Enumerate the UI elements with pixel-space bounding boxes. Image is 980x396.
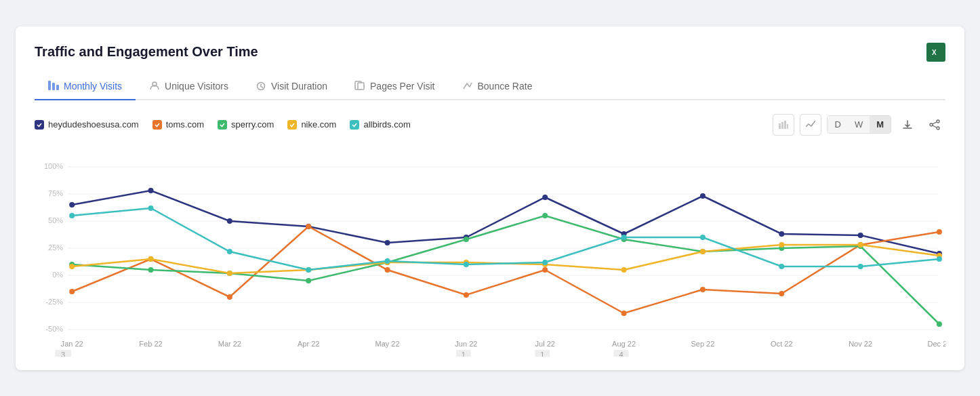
svg-text:1: 1	[540, 351, 544, 357]
legend-label-sperry: sperry.com	[231, 119, 274, 130]
svg-point-51	[148, 188, 153, 193]
svg-point-98	[69, 213, 75, 218]
svg-point-80	[542, 213, 548, 218]
svg-point-54	[385, 240, 390, 245]
svg-point-50	[69, 202, 75, 207]
svg-rect-3	[52, 83, 55, 90]
tab-visit-duration[interactable]: Visit Duration	[242, 74, 341, 100]
bar-chart-button[interactable]	[773, 114, 794, 136]
svg-point-71	[779, 291, 784, 296]
download-button[interactable]	[897, 114, 918, 136]
period-day-button[interactable]: D	[828, 116, 847, 133]
visit-duration-icon	[256, 81, 266, 92]
tab-pages-per-visit[interactable]: Pages Per Visit	[341, 74, 448, 100]
svg-text:-25%: -25%	[45, 298, 63, 306]
card-title: Traffic and Engagement Over Time	[35, 44, 258, 60]
main-card: Traffic and Engagement Over Time X Month…	[16, 26, 964, 370]
legend-checkbox-toms	[152, 120, 162, 130]
period-month-button[interactable]: M	[870, 116, 891, 133]
svg-rect-2	[48, 81, 51, 90]
svg-text:0%: 0%	[52, 271, 63, 279]
tab-unique-visitors[interactable]: Unique Visitors	[136, 74, 242, 100]
svg-text:Dec 22: Dec 22	[928, 340, 945, 348]
svg-point-95	[779, 242, 784, 248]
svg-point-56	[542, 195, 548, 200]
svg-point-14	[930, 123, 933, 126]
tab-monthly-visits[interactable]: Monthly Visits	[35, 74, 136, 100]
legend-item-nike[interactable]: nike.com	[287, 119, 336, 130]
tab-unique-visitors-label: Unique Visitors	[165, 81, 228, 92]
pages-per-visit-icon	[354, 81, 365, 92]
legend: heydudeshoesusa.com toms.com sperry.com …	[35, 119, 411, 130]
legend-item-sperry[interactable]: sperry.com	[218, 119, 274, 130]
tabs-container: Monthly Visits Unique Visitors Visit Dur…	[35, 74, 945, 100]
excel-export-button[interactable]: X	[926, 43, 945, 62]
svg-point-96	[858, 242, 863, 248]
svg-point-59	[779, 231, 784, 237]
svg-text:4: 4	[619, 351, 624, 357]
svg-point-85	[937, 321, 942, 327]
share-button[interactable]	[924, 114, 945, 136]
svg-point-108	[858, 264, 863, 269]
svg-point-109	[937, 256, 942, 262]
svg-point-69	[621, 311, 627, 316]
svg-point-99	[148, 205, 153, 211]
legend-item-allbirds[interactable]: allbirds.com	[350, 119, 410, 130]
legend-checkbox-heydudeshoesusa	[35, 120, 44, 130]
line-chart: 100% 75% 50% 25% 0% -25% -50% Jan 22 Feb…	[35, 146, 945, 357]
svg-rect-12	[787, 124, 788, 129]
svg-point-67	[464, 292, 469, 298]
svg-point-73	[937, 229, 942, 235]
svg-point-68	[542, 267, 548, 273]
legend-item-heydudeshoesusa[interactable]: heydudeshoesusa.com	[35, 119, 139, 130]
svg-text:Jul 22: Jul 22	[535, 340, 555, 348]
period-button-group: D W M	[827, 115, 891, 134]
svg-point-88	[227, 271, 232, 276]
svg-text:Oct 22: Oct 22	[771, 340, 792, 348]
monthly-visits-icon	[48, 81, 59, 92]
legend-item-toms[interactable]: toms.com	[152, 119, 204, 130]
chart-buttons: D W M	[773, 114, 945, 136]
legend-label-toms: toms.com	[166, 119, 204, 130]
svg-text:Mar 22: Mar 22	[218, 340, 241, 348]
svg-text:May 22: May 22	[375, 340, 399, 348]
svg-point-75	[148, 267, 153, 273]
tab-monthly-visits-label: Monthly Visits	[64, 81, 122, 92]
unique-visitors-icon	[149, 81, 160, 92]
svg-rect-11	[784, 121, 786, 129]
svg-text:Nov 22: Nov 22	[849, 340, 872, 348]
svg-rect-4	[56, 85, 59, 90]
svg-point-106	[700, 235, 706, 240]
bounce-rate-icon	[462, 81, 473, 92]
tab-pages-per-visit-label: Pages Per Visit	[370, 81, 434, 92]
svg-point-104	[542, 260, 548, 265]
svg-text:50%: 50%	[48, 216, 63, 224]
svg-text:75%: 75%	[48, 189, 63, 197]
svg-point-87	[148, 256, 153, 262]
tab-visit-duration-label: Visit Duration	[271, 81, 327, 92]
svg-point-94	[700, 249, 706, 254]
svg-text:Jan 22: Jan 22	[61, 340, 83, 348]
svg-point-93	[621, 267, 627, 273]
legend-checkbox-sperry	[218, 120, 227, 130]
chart-controls: heydudeshoesusa.com toms.com sperry.com …	[35, 114, 945, 136]
period-week-button[interactable]: W	[848, 116, 870, 133]
legend-label-allbirds: allbirds.com	[363, 119, 410, 130]
tab-bounce-rate[interactable]: Bounce Rate	[449, 74, 546, 100]
svg-text:Sep 22: Sep 22	[691, 340, 714, 348]
svg-point-13	[937, 120, 939, 123]
line-chart-button[interactable]	[800, 114, 821, 136]
svg-text:Aug 22: Aug 22	[612, 340, 636, 348]
svg-text:100%: 100%	[44, 162, 63, 170]
svg-rect-10	[781, 122, 783, 129]
svg-text:1: 1	[462, 351, 466, 357]
svg-point-86	[69, 264, 75, 269]
svg-point-103	[464, 262, 469, 267]
svg-point-79	[464, 237, 469, 242]
svg-point-100	[227, 249, 232, 254]
svg-rect-9	[779, 123, 781, 129]
svg-point-66	[385, 267, 390, 273]
card-header: Traffic and Engagement Over Time X	[35, 43, 945, 62]
svg-text:Jun 22: Jun 22	[455, 340, 477, 348]
svg-point-15	[937, 127, 939, 130]
